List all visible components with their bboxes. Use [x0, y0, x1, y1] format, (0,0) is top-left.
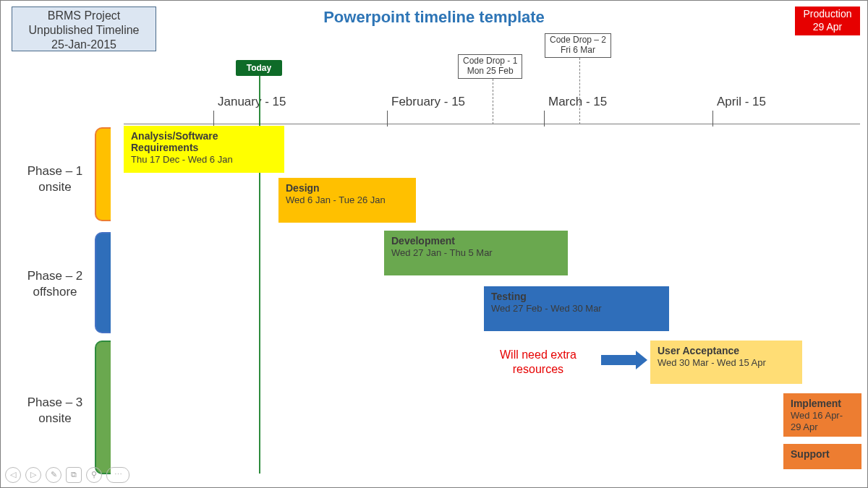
milestone-box: Code Drop – 2Fri 6 Mar: [545, 33, 611, 58]
task-bar[interactable]: Support: [783, 444, 861, 469]
month-label: April - 15: [717, 95, 766, 109]
zoom-icon[interactable]: ⚲: [86, 467, 102, 483]
task-dates: Thu 17 Dec - Wed 6 Jan: [131, 154, 233, 165]
task-name: Analysis/Software Requirements: [131, 130, 277, 153]
more-icon[interactable]: ⋯: [106, 467, 129, 483]
phase-label: Phase – 1onsite: [19, 163, 91, 195]
task-bar[interactable]: DevelopmentWed 27 Jan - Thu 5 Mar: [384, 231, 568, 275]
phase-brace: [95, 127, 111, 221]
task-name: Implement: [791, 398, 854, 409]
task-bar[interactable]: ImplementWed 16 Apr- 29 Apr: [783, 393, 861, 437]
month-label: January - 15: [218, 95, 286, 109]
slide: BRMS Project Unpublished Timeline 25-Jan…: [0, 0, 868, 488]
resource-annotation: Will need extra resources: [500, 348, 576, 377]
task-name: Testing: [491, 291, 662, 302]
task-dates: Wed 16 Apr- 29 Apr: [791, 410, 843, 432]
presentation-toolbar: ◁ ▷ ✎ ⧉ ⚲ ⋯: [5, 467, 129, 483]
month-label: March - 15: [548, 95, 607, 109]
production-badge: Production 29 Apr: [795, 7, 860, 35]
task-name: User Acceptance: [658, 345, 795, 356]
annotation-arrow: [601, 355, 636, 365]
task-name: Design: [286, 182, 409, 194]
milestone-line: [579, 58, 580, 124]
phase-brace: [95, 232, 111, 333]
task-dates: Wed 27 Jan - Thu 5 Mar: [391, 247, 493, 258]
phase-brace: [95, 341, 111, 474]
task-name: Development: [391, 235, 561, 247]
task-bar[interactable]: DesignWed 6 Jan - Tue 26 Jan: [278, 178, 416, 223]
task-dates: Wed 30 Mar - Wed 15 Apr: [658, 357, 766, 368]
today-marker: Today: [236, 60, 282, 76]
production-date: 29 Apr: [795, 21, 860, 34]
milestone-box: Code Drop - 1Mon 25 Feb: [458, 54, 522, 79]
task-dates: Wed 27 Feb - Wed 30 Mar: [491, 303, 602, 314]
slides-icon[interactable]: ⧉: [66, 467, 82, 483]
timeline-axis: [124, 124, 860, 124]
task-bar[interactable]: Analysis/Software RequirementsThu 17 Dec…: [124, 126, 284, 173]
next-slide-icon[interactable]: ▷: [25, 467, 41, 483]
task-bar[interactable]: User AcceptanceWed 30 Mar - Wed 15 Apr: [650, 341, 802, 384]
prev-slide-icon[interactable]: ◁: [5, 467, 21, 483]
page-title: Powerpoint timeline template: [1, 8, 867, 27]
phase-label: Phase – 3onsite: [19, 395, 91, 427]
task-dates: Wed 6 Jan - Tue 26 Jan: [286, 194, 386, 205]
production-label: Production: [795, 8, 860, 21]
pen-icon[interactable]: ✎: [46, 467, 61, 483]
annotation-arrow-head: [636, 351, 647, 369]
task-bar[interactable]: TestingWed 27 Feb - Wed 30 Mar: [484, 286, 669, 331]
phase-label: Phase – 2offshore: [19, 268, 91, 300]
task-name: Support: [791, 448, 854, 460]
month-label: February - 15: [391, 95, 465, 109]
milestone-line: [493, 79, 493, 124]
timeline-date: 25-Jan-2015: [12, 38, 156, 52]
